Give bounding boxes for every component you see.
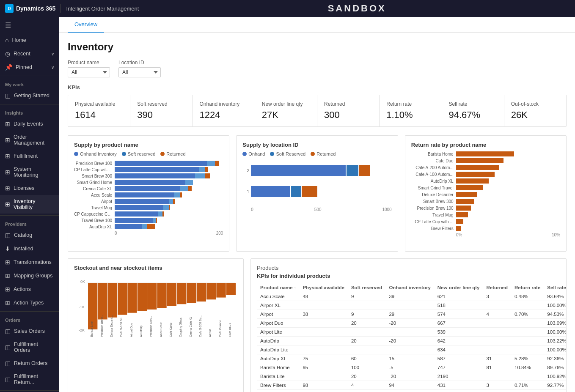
mapping-groups-label: Mapping Groups <box>14 273 52 279</box>
hbar-row: CP Cappuccino Cu... <box>74 211 223 217</box>
stockout-bar <box>138 283 147 311</box>
product-name-cell[interactable]: Airpot <box>257 310 299 319</box>
product-name-cell[interactable]: Airpot Lite <box>257 328 299 337</box>
sidebar: ☰ ⌂ Home ◷ Recent ∨ 📌 Pinned ∨ My work ◫… <box>0 17 59 392</box>
sort-icon: ↑ <box>294 286 296 290</box>
legend-dot <box>122 152 126 156</box>
col-header[interactable]: Physical available <box>299 283 347 292</box>
product-name-cell[interactable]: AutoDrip Lite <box>257 345 299 354</box>
return-rate-axis: 0%10% <box>411 233 560 237</box>
sidebar-item-order-management[interactable]: ⊞ Order Management <box>0 131 59 149</box>
new-order-cell: 518 <box>434 301 483 310</box>
sidebar-item-return-orders[interactable]: ◫ Return Orders <box>0 356 59 370</box>
sidebar-item-action-types[interactable]: ⊞ Action Types <box>0 296 59 310</box>
sell-rate-cell: 92.77% <box>544 381 567 390</box>
sidebar-item-inventory-visibility[interactable]: ⊞ Inventory Visibility <box>0 195 59 214</box>
product-name-cell[interactable]: Barista Home <box>257 363 299 372</box>
col-header[interactable]: Returned <box>483 283 511 292</box>
product-name-cell[interactable]: Barista Lite <box>257 372 299 381</box>
rbar-row: Precision Brew 100 <box>411 206 560 211</box>
svg-text:Cafe S-200 Se...: Cafe S-200 Se... <box>199 315 202 337</box>
sidebar-item-transformations[interactable]: ⊞ Transformations <box>0 255 59 269</box>
new-order-cell: 642 <box>434 337 483 345</box>
order-mgmt-icon: ⊞ <box>5 137 10 143</box>
sell-rate-cell: 92.36% <box>544 354 567 363</box>
returned-bar <box>173 199 175 204</box>
returned-cell: 3 <box>483 292 511 301</box>
sidebar-item-fulfillment[interactable]: ⊞ Fulfillment <box>0 149 59 163</box>
col-header[interactable]: Soft reserved <box>348 283 386 292</box>
col-header[interactable]: Return rate <box>511 283 544 292</box>
product-name-filter: Product name All <box>68 60 110 77</box>
product-name-cell[interactable]: AutoDrip <box>257 337 299 345</box>
soft-cell: 20 <box>348 319 386 328</box>
home-icon: ⌂ <box>5 37 8 44</box>
kpi-card: Soft reserved390 <box>130 95 193 126</box>
sandbox-label: SANDBOX <box>144 3 570 14</box>
legend-dot <box>160 152 165 156</box>
location-id-select[interactable]: All <box>118 67 161 77</box>
new-order-cell: 667 <box>434 319 483 328</box>
sidebar-item-licenses[interactable]: ⊞ Licenses <box>0 181 59 195</box>
return-rate-bar <box>456 178 489 184</box>
svg-text:Airpot Duo: Airpot Duo <box>130 323 133 337</box>
sidebar-item-system-monitoring[interactable]: ⊞ System Monitoring <box>0 163 59 181</box>
new-order-cell: 2190 <box>434 372 483 381</box>
new-order-cell: 431 <box>434 381 483 390</box>
return-rate-cell <box>511 319 544 328</box>
hamburger-menu[interactable]: ☰ <box>0 17 59 33</box>
sidebar-item-home[interactable]: ⌂ Home <box>0 33 59 47</box>
returned-bar <box>188 186 192 191</box>
returned-bar <box>205 173 210 178</box>
sidebar-item-daily-events[interactable]: ⊞ Daily Events <box>0 117 59 131</box>
onhand-bar <box>115 199 169 204</box>
product-name-cell[interactable]: Airpor XL <box>257 301 299 310</box>
col-header[interactable]: New order line qty <box>434 283 483 292</box>
sidebar-item-mapping-groups[interactable]: ⊞ Mapping Groups <box>0 269 59 282</box>
kpi-card: Returned300 <box>317 95 380 126</box>
soft-cell <box>348 345 386 354</box>
product-name-cell[interactable]: Brew Filters <box>257 381 299 390</box>
tab-overview[interactable]: Overview <box>68 17 104 33</box>
return-rate-bar <box>456 172 495 177</box>
hbar-row: AutoDrip XL <box>74 224 223 229</box>
col-header[interactable]: Onhand inventory <box>385 283 434 292</box>
sidebar-item-recent[interactable]: ◷ Recent ∨ <box>0 47 59 60</box>
action-types-label: Action Types <box>14 300 44 306</box>
sidebar-item-actions[interactable]: ⊞ Actions <box>0 282 59 296</box>
sidebar-item-getting-started[interactable]: ◫ Getting Started <box>0 89 59 102</box>
stockout-bar <box>167 283 176 306</box>
kpi-card: Return rate1.10% <box>380 95 442 126</box>
product-name-cell[interactable]: Airpot Duo <box>257 319 299 328</box>
sidebar-item-sales-orders[interactable]: ◫ Sales Orders <box>0 324 59 338</box>
hbar-row: CP Latte Cup with ... <box>74 167 223 172</box>
product-name-cell[interactable]: AutoDrip XL <box>257 354 299 363</box>
system-monitoring-label: System Monitoring <box>14 166 54 178</box>
sidebar-item-pinned[interactable]: 📌 Pinned ∨ <box>0 60 59 74</box>
sidebar-item-catalog[interactable]: ◫ Catalog <box>0 228 59 242</box>
hbar-row: Accu Scale <box>74 192 223 197</box>
col-header[interactable]: Product name ↑ <box>257 283 299 292</box>
sidebar-item-fulfillment-return[interactable]: ◫ Fulfillment Return... <box>0 370 59 389</box>
main-content: Overview Inventory Product name All Loca… <box>59 17 575 392</box>
physical-cell <box>299 345 347 354</box>
return-rate-cell: 0.70% <box>511 310 544 319</box>
stockout-bar <box>197 283 206 302</box>
product-name-select[interactable]: All <box>68 67 110 77</box>
kpi-card: Sell rate94.67% <box>442 95 504 126</box>
hbar-row: Smart Brew 300 <box>74 173 223 178</box>
sidebar-item-installed[interactable]: ⬇ Installed <box>0 242 59 255</box>
soft-bar <box>174 192 180 197</box>
product-name-cell[interactable]: Accu Scale <box>257 292 299 301</box>
col-header[interactable]: Sell rate <box>544 283 567 292</box>
fulfillment-icon: ⊞ <box>5 153 10 159</box>
returned-cell <box>483 301 511 310</box>
returned-cell: 3 <box>483 381 511 390</box>
return-rate-bar <box>456 212 468 217</box>
legend-item: Returned <box>311 151 336 156</box>
onhand-cell <box>385 301 434 310</box>
svg-text:Accu Scale: Accu Scale <box>160 322 162 337</box>
transformations-label: Transformations <box>14 259 52 265</box>
actions-icon: ⊞ <box>5 286 10 293</box>
sidebar-item-fulfillment-orders[interactable]: ◫ Fulfillment Orders <box>0 338 59 356</box>
